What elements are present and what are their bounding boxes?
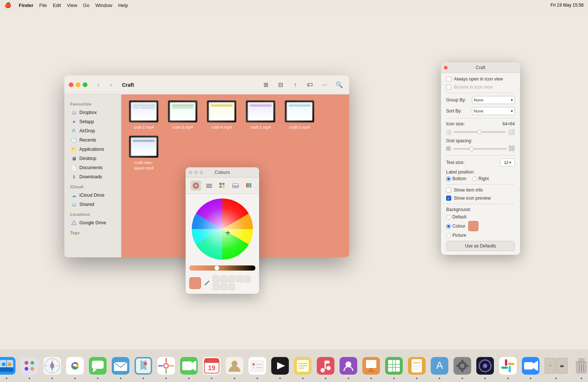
file-item-craft4[interactable]: craft-4.mp4	[205, 100, 238, 130]
eyedropper-button[interactable]	[203, 278, 211, 288]
dock-item-calendar[interactable]: 19	[201, 356, 222, 376]
dock-item-photos[interactable]	[156, 356, 176, 376]
sidebar-item-google-drive[interactable]: Google Drive	[66, 218, 120, 227]
zoom-button[interactable]	[83, 82, 87, 87]
sidebar-item-shared[interactable]: 🗂 Shared	[66, 200, 120, 209]
icon-size-thumb[interactable]	[477, 130, 481, 134]
always-open-checkbox[interactable]	[446, 76, 451, 82]
background-colour-swatch[interactable]	[468, 221, 478, 231]
colours-close-btn[interactable]	[189, 171, 192, 174]
colour-slot[interactable]	[220, 276, 227, 282]
file-item-craft1[interactable]: craft-1.mp4	[244, 100, 277, 130]
colours-zoom-btn[interactable]	[200, 171, 203, 174]
bg-picture-radio[interactable]	[446, 233, 451, 238]
bg-colour-radio[interactable]	[446, 224, 451, 229]
dock-item-slack[interactable]	[498, 356, 518, 376]
sidebar-item-airdrop[interactable]: AirDrop	[66, 126, 120, 135]
sidebar-item-desktop[interactable]: 🖥 Desktop	[66, 154, 120, 163]
dock-item-mail[interactable]	[110, 356, 131, 376]
dock-item-launchpad[interactable]	[19, 356, 40, 376]
back-button[interactable]: ‹	[94, 81, 103, 89]
file-item-craft5[interactable]: craft-5.mp4	[283, 100, 316, 130]
colour-slot[interactable]	[213, 276, 219, 282]
search-btn[interactable]: 🔍	[334, 80, 345, 90]
file-item-craft2[interactable]: craft-2.mp4	[127, 100, 160, 130]
share-btn[interactable]: ↑	[290, 80, 301, 90]
brightness-slider[interactable]	[189, 265, 255, 271]
dock-item-system-prefs[interactable]	[452, 356, 473, 376]
bg-picture-option[interactable]: Picture	[446, 233, 515, 238]
file-item-craft3[interactable]: craft-3.mp4	[166, 100, 199, 130]
dock-item-toolbox[interactable]	[475, 356, 495, 376]
dock-item-pages[interactable]	[406, 356, 427, 376]
colour-slot[interactable]	[228, 276, 235, 282]
dock-item-notes[interactable]	[293, 356, 313, 376]
menubar-file[interactable]: File	[39, 3, 47, 8]
menubar-edit[interactable]: Edit	[53, 3, 61, 8]
browse-icon-checkbox[interactable]	[446, 85, 451, 90]
sidebar-item-applications[interactable]: 📁 Applications	[66, 145, 120, 154]
colour-slot[interactable]	[236, 276, 243, 282]
sidebar-item-documents[interactable]: 📄 Documents	[66, 163, 120, 172]
close-button[interactable]	[69, 82, 74, 87]
sidebar-item-downloads[interactable]: ⬇ Downloads	[66, 172, 120, 181]
colour-wheel[interactable]	[191, 198, 254, 260]
label-bottom-radio-dot[interactable]	[446, 176, 451, 181]
group-by-select[interactable]: None ▾	[472, 96, 515, 104]
dock-item-contacts[interactable]	[224, 356, 245, 376]
dock-item-screenshots[interactable]: ✉ 📷	[543, 356, 569, 376]
group-view-btn[interactable]: ⊟	[275, 80, 286, 90]
dock-item-safari[interactable]	[42, 356, 62, 376]
craft-close-btn[interactable]	[444, 66, 448, 69]
sidebar-item-dropbox[interactable]: 🗂 Dropbox	[66, 108, 120, 117]
grid-spacing-slider[interactable]	[453, 148, 507, 150]
file-item-craft-new-space[interactable]: craft-new-space.mp4	[127, 136, 160, 171]
dock-item-numbers[interactable]	[384, 356, 404, 376]
text-size-input[interactable]: 12 ▾	[500, 158, 515, 167]
colours-minimize-btn[interactable]	[194, 171, 198, 174]
label-bottom-radio[interactable]: Bottom	[446, 176, 466, 181]
apple-logo-icon[interactable]: 🍎	[4, 2, 11, 8]
label-right-radio-dot[interactable]	[472, 176, 477, 181]
dock-item-facetime[interactable]	[179, 356, 199, 376]
menubar-go[interactable]: Go	[83, 3, 89, 8]
view-icon-btn[interactable]: ⊞	[260, 80, 271, 90]
brightness-thumb[interactable]	[214, 265, 219, 271]
menubar-window[interactable]: Window	[95, 3, 112, 8]
colour-swatch[interactable]	[189, 277, 201, 289]
dock-item-trash[interactable]	[571, 356, 588, 376]
menubar-app-name[interactable]: Finder	[19, 3, 33, 8]
bg-default-option[interactable]: Default	[446, 214, 515, 219]
more-btn[interactable]: ···	[319, 80, 330, 90]
colour-slot[interactable]	[244, 276, 250, 282]
colour-slot[interactable]	[228, 283, 235, 290]
label-right-radio[interactable]: Right	[472, 176, 489, 181]
colour-slot[interactable]	[213, 283, 219, 290]
tag-btn[interactable]: 🏷	[304, 80, 315, 90]
sidebar-item-setapp[interactable]: ✦ Setapp	[66, 117, 120, 126]
dock-item-keynote[interactable]	[361, 356, 381, 376]
sidebar-item-recents[interactable]: 🕐 Recents	[66, 136, 120, 144]
colour-crayon-tab[interactable]	[244, 181, 254, 191]
dock-item-appletv[interactable]	[270, 356, 290, 376]
dock-item-reminders[interactable]	[247, 356, 268, 376]
dock-item-appstore[interactable]: A	[429, 356, 450, 376]
colour-sliders-tab[interactable]	[204, 181, 214, 191]
menubar-view[interactable]: View	[67, 3, 77, 8]
sidebar-item-icloud-drive[interactable]: ☁ iCloud Drive	[66, 191, 120, 200]
dock-item-podcasts[interactable]	[338, 356, 359, 376]
bg-default-radio[interactable]	[446, 215, 451, 219]
dock-item-chrome[interactable]	[65, 356, 85, 376]
grid-spacing-thumb[interactable]	[469, 147, 474, 151]
colour-wheel-container[interactable]	[186, 194, 259, 264]
dock-item-zoom[interactable]	[520, 356, 541, 376]
minimize-button[interactable]	[76, 82, 80, 87]
colour-wheel-tab[interactable]	[191, 181, 201, 191]
colour-palette-tab[interactable]	[217, 181, 227, 191]
dock-item-music[interactable]	[315, 356, 336, 376]
show-icon-preview-checkbox[interactable]: ✓	[446, 196, 451, 201]
colour-slot[interactable]	[220, 283, 227, 290]
show-item-info-checkbox[interactable]	[446, 188, 451, 193]
dock-item-messages[interactable]	[87, 356, 108, 376]
colour-image-tab[interactable]	[230, 181, 241, 191]
